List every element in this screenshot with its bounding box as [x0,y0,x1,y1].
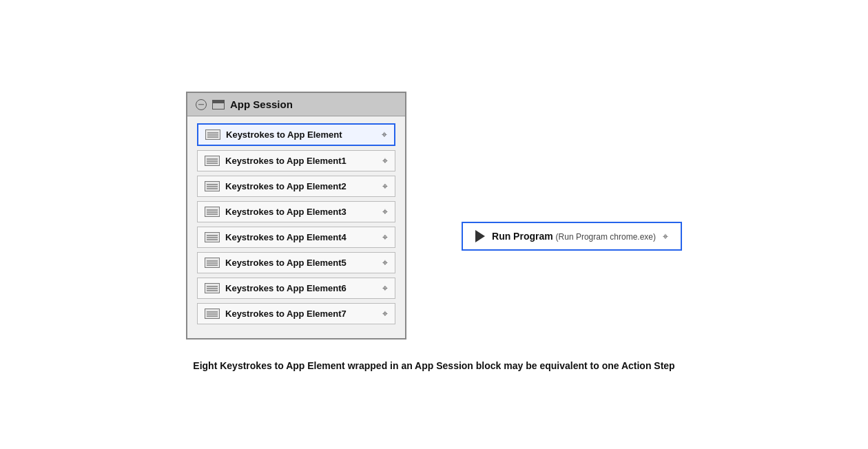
run-program-pin-icon: ⌖ [663,231,668,242]
session-items-list: Keystrokes to App Element ⌖ Keystrokes t… [187,116,405,331]
pin-icon-3: ⌖ [382,206,388,218]
keyboard-icon [205,232,220,242]
keyboard-icon [205,129,220,140]
session-item[interactable]: Keystrokes to App Element6 ⌖ [197,278,395,299]
item-label-3: Keystrokes to App Element3 [225,207,347,217]
app-session-header: App Session [187,93,405,116]
item-label-1: Keystrokes to App Element1 [225,156,347,166]
run-program-sub-label: (Run Program chrome.exe) [556,232,656,242]
keyboard-icon [205,309,220,319]
session-item[interactable]: Keystrokes to App Element1 ⌖ [197,150,395,171]
item-label-7: Keystrokes to App Element7 [225,309,347,319]
pin-icon-1: ⌖ [382,155,388,167]
item-label-5: Keystrokes to App Element5 [225,258,347,268]
window-icon [212,100,225,109]
keyboard-icon [205,283,220,293]
pin-icon-4: ⌖ [382,231,388,243]
app-session-title: App Session [230,98,293,110]
item-label-4: Keystrokes to App Element4 [225,232,347,242]
session-item[interactable]: Keystrokes to App Element5 ⌖ [197,252,395,273]
item-label-6: Keystrokes to App Element6 [225,283,347,293]
collapse-icon[interactable] [196,99,207,110]
session-item[interactable]: Keystrokes to App Element3 ⌖ [197,201,395,222]
play-icon [475,230,485,242]
item-label-2: Keystrokes to App Element2 [225,181,347,191]
keyboard-icon [205,181,220,191]
session-item[interactable]: Keystrokes to App Element7 ⌖ [197,303,395,324]
run-program-label: Run Program (Run Program chrome.exe) [492,231,656,242]
pin-icon-6: ⌖ [382,282,388,294]
item-label-0: Keystrokes to App Element [226,129,342,140]
pin-icon-5: ⌖ [382,257,388,269]
keyboard-icon [205,156,220,166]
keyboard-icon [205,207,220,217]
pin-icon-2: ⌖ [382,180,388,192]
run-program-block[interactable]: Run Program (Run Program chrome.exe) ⌖ [462,222,682,251]
main-area: App Session Keystrokes to App Element ⌖ … [0,78,868,353]
session-item[interactable]: Keystrokes to App Element2 ⌖ [197,176,395,197]
pin-icon-0: ⌖ [382,129,387,140]
app-session-block: App Session Keystrokes to App Element ⌖ … [186,92,406,340]
session-item[interactable]: Keystrokes to App Element ⌖ [197,123,395,146]
pin-icon-7: ⌖ [382,308,388,320]
keyboard-icon [205,258,220,268]
caption-text: Eight Keystrokes to App Element wrapped … [179,353,688,371]
session-item[interactable]: Keystrokes to App Element4 ⌖ [197,227,395,248]
